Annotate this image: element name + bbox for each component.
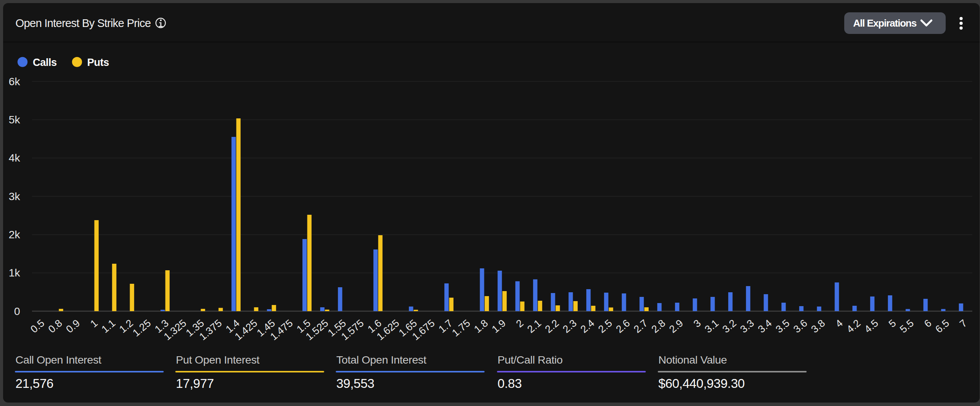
svg-text:6k: 6k xyxy=(8,76,20,88)
svg-text:All Expirations: All Expirations xyxy=(853,17,917,29)
svg-text:Put Open Interest: Put Open Interest xyxy=(176,354,260,366)
svg-text:Call Open Interest: Call Open Interest xyxy=(15,354,101,366)
svg-text:Puts: Puts xyxy=(87,57,109,68)
svg-text:1k: 1k xyxy=(8,267,20,279)
svg-text:17,977: 17,977 xyxy=(176,376,214,391)
svg-text:21,576: 21,576 xyxy=(15,376,54,391)
svg-text:5k: 5k xyxy=(8,114,20,126)
svg-text:0: 0 xyxy=(14,305,20,317)
svg-text:Calls: Calls xyxy=(33,57,57,68)
svg-text:2k: 2k xyxy=(8,229,20,241)
svg-text:0.83: 0.83 xyxy=(498,376,522,391)
svg-text:Put/Call Ratio: Put/Call Ratio xyxy=(498,354,563,366)
svg-text:$60,440,939.30: $60,440,939.30 xyxy=(658,376,745,391)
svg-text:Total Open Interest: Total Open Interest xyxy=(336,354,427,366)
svg-text:39,553: 39,553 xyxy=(336,376,374,391)
svg-text:Notional Value: Notional Value xyxy=(658,354,727,366)
svg-text:Open Interest By Strike Price: Open Interest By Strike Price xyxy=(15,17,151,29)
svg-text:3k: 3k xyxy=(8,190,20,202)
svg-text:4k: 4k xyxy=(8,152,20,164)
